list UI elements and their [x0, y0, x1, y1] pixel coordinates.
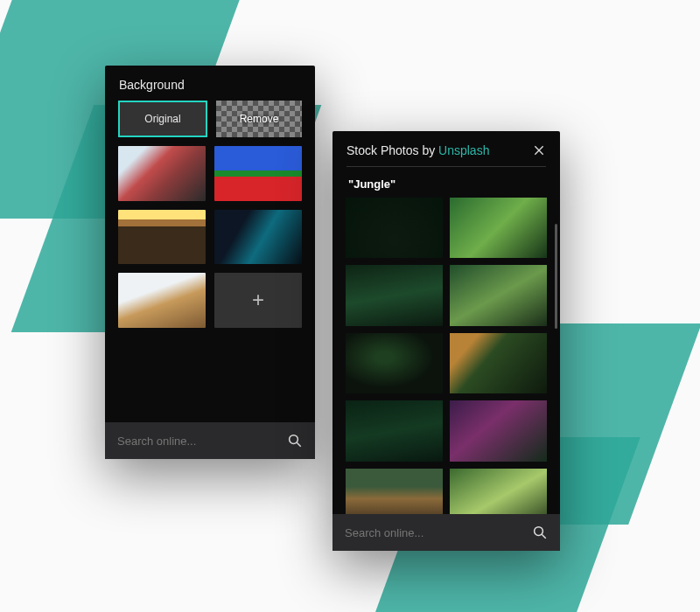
close-icon[interactable] [532, 143, 546, 157]
search-icon[interactable] [532, 525, 548, 540]
provider-link[interactable]: Unsplash [438, 143, 489, 157]
scrollbar-thumb[interactable] [555, 224, 557, 329]
divider [346, 166, 546, 167]
title-prefix: Stock Photos by [346, 143, 438, 157]
results-scroll-area [332, 198, 560, 514]
svg-line-1 [297, 442, 301, 447]
stock-thumb[interactable] [346, 400, 443, 461]
stock-thumb[interactable] [346, 469, 443, 515]
stock-thumb[interactable] [346, 198, 443, 258]
stock-thumb[interactable] [450, 333, 547, 393]
original-option[interactable]: Original [118, 101, 207, 137]
background-thumb[interactable] [118, 146, 206, 201]
search-input[interactable] [117, 435, 278, 448]
add-background-button[interactable]: + [214, 273, 302, 328]
results-grid [346, 198, 547, 514]
panel-title: Background [105, 66, 315, 101]
stock-thumb[interactable] [450, 265, 547, 325]
svg-line-5 [542, 534, 546, 539]
search-input[interactable] [345, 526, 523, 539]
svg-point-4 [535, 527, 543, 536]
stock-thumb[interactable] [450, 198, 547, 258]
background-thumb[interactable] [118, 273, 206, 328]
panel-title: Stock Photos by Unsplash [346, 143, 489, 157]
stock-thumb[interactable] [450, 469, 547, 515]
panel-header: Stock Photos by Unsplash [332, 131, 560, 166]
background-panel: Background Original Remove + [105, 66, 315, 459]
search-icon[interactable] [287, 433, 303, 449]
background-thumb[interactable] [214, 146, 302, 201]
stock-thumb[interactable] [346, 265, 443, 325]
search-bar [332, 514, 560, 551]
stock-thumb[interactable] [450, 400, 547, 461]
search-bar [105, 422, 315, 459]
remove-option[interactable]: Remove [216, 101, 302, 137]
search-query-label: "Jungle" [332, 176, 560, 198]
background-thumb[interactable] [214, 210, 302, 265]
background-mode-row: Original Remove [105, 101, 315, 146]
svg-point-0 [290, 435, 298, 444]
background-thumb-grid: + [105, 146, 315, 328]
stock-photos-panel: Stock Photos by Unsplash "Jungle" [332, 131, 560, 551]
background-thumb[interactable] [118, 210, 206, 265]
stock-thumb[interactable] [346, 333, 443, 393]
